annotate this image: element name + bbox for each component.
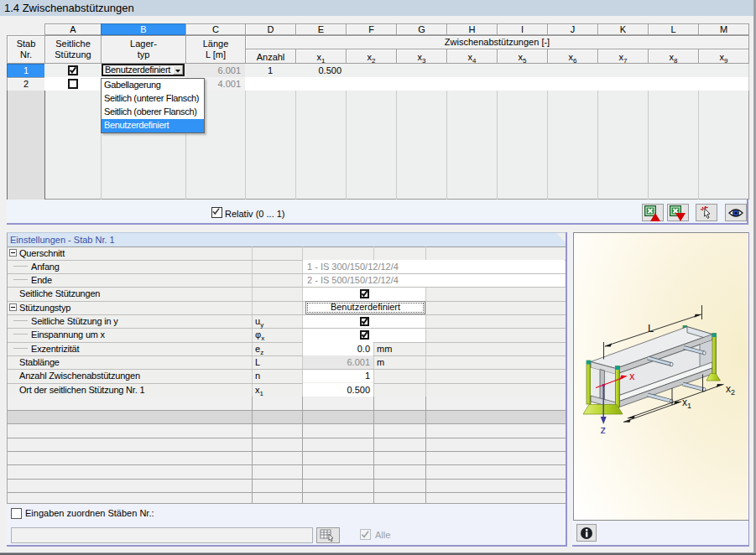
svg-text:x: x	[629, 370, 635, 382]
svg-text:1: 1	[687, 402, 691, 410]
svg-text:z: z	[601, 423, 607, 436]
svg-text:2: 2	[731, 388, 735, 397]
svg-text:L: L	[648, 322, 654, 335]
